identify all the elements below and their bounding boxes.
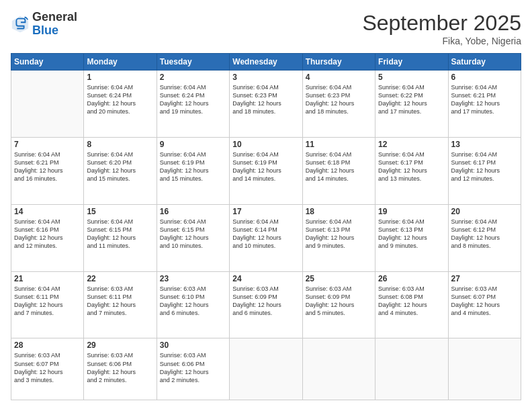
day-info: Sunrise: 6:04 AM Sunset: 6:18 PM Dayligh… xyxy=(306,151,355,182)
day-info: Sunrise: 6:04 AM Sunset: 6:19 PM Dayligh… xyxy=(160,151,209,182)
calendar-cell: 9Sunrise: 6:04 AM Sunset: 6:19 PM Daylig… xyxy=(157,137,229,204)
calendar-header-tuesday: Tuesday xyxy=(157,54,229,71)
calendar-cell: 16Sunrise: 6:04 AM Sunset: 6:15 PM Dayli… xyxy=(157,204,229,271)
day-number: 17 xyxy=(232,207,299,216)
day-number: 16 xyxy=(160,207,226,216)
calendar-cell: 15Sunrise: 6:04 AM Sunset: 6:15 PM Dayli… xyxy=(84,204,157,271)
calendar-cell: 27Sunrise: 6:03 AM Sunset: 6:07 PM Dayli… xyxy=(448,271,521,338)
day-info: Sunrise: 6:04 AM Sunset: 6:17 PM Dayligh… xyxy=(451,151,500,182)
calendar-cell: 4Sunrise: 6:04 AM Sunset: 6:23 PM Daylig… xyxy=(302,71,375,138)
day-info: Sunrise: 6:04 AM Sunset: 6:24 PM Dayligh… xyxy=(160,84,209,115)
calendar-cell: 10Sunrise: 6:04 AM Sunset: 6:19 PM Dayli… xyxy=(230,137,302,204)
day-number: 25 xyxy=(306,274,372,283)
day-number: 22 xyxy=(87,274,153,283)
calendar-header-friday: Friday xyxy=(375,54,448,71)
calendar-cell: 26Sunrise: 6:03 AM Sunset: 6:08 PM Dayli… xyxy=(375,271,448,338)
day-number: 6 xyxy=(451,73,518,82)
day-number: 19 xyxy=(378,207,445,216)
title-location: Fika, Yobe, Nigeria xyxy=(362,36,521,46)
calendar-cell: 23Sunrise: 6:03 AM Sunset: 6:10 PM Dayli… xyxy=(157,271,229,338)
day-number: 20 xyxy=(451,207,518,216)
calendar-cell: 19Sunrise: 6:04 AM Sunset: 6:13 PM Dayli… xyxy=(375,204,448,271)
day-number: 12 xyxy=(378,140,445,149)
calendar-cell xyxy=(230,338,302,400)
calendar-cell: 17Sunrise: 6:04 AM Sunset: 6:14 PM Dayli… xyxy=(230,204,302,271)
calendar-header-row: SundayMondayTuesdayWednesdayThursdayFrid… xyxy=(11,54,521,71)
day-info: Sunrise: 6:03 AM Sunset: 6:11 PM Dayligh… xyxy=(87,285,136,316)
calendar-cell: 30Sunrise: 6:03 AM Sunset: 6:06 PM Dayli… xyxy=(157,338,229,400)
calendar-cell: 20Sunrise: 6:04 AM Sunset: 6:12 PM Dayli… xyxy=(448,204,521,271)
day-info: Sunrise: 6:04 AM Sunset: 6:19 PM Dayligh… xyxy=(232,151,281,182)
day-number: 10 xyxy=(232,140,299,149)
calendar-cell xyxy=(11,71,84,138)
calendar-cell xyxy=(302,338,375,400)
day-number: 30 xyxy=(160,340,226,350)
day-info: Sunrise: 6:04 AM Sunset: 6:15 PM Dayligh… xyxy=(87,218,136,249)
day-info: Sunrise: 6:03 AM Sunset: 6:07 PM Dayligh… xyxy=(451,285,500,316)
day-number: 21 xyxy=(14,274,81,283)
calendar-cell: 7Sunrise: 6:04 AM Sunset: 6:21 PM Daylig… xyxy=(11,137,84,204)
calendar-cell: 1Sunrise: 6:04 AM Sunset: 6:24 PM Daylig… xyxy=(84,71,157,138)
day-info: Sunrise: 6:03 AM Sunset: 6:08 PM Dayligh… xyxy=(378,285,427,316)
day-info: Sunrise: 6:04 AM Sunset: 6:23 PM Dayligh… xyxy=(232,84,281,115)
day-info: Sunrise: 6:04 AM Sunset: 6:23 PM Dayligh… xyxy=(306,84,355,115)
day-number: 4 xyxy=(306,73,372,82)
calendar-week-2: 7Sunrise: 6:04 AM Sunset: 6:21 PM Daylig… xyxy=(11,137,521,204)
calendar-week-5: 28Sunrise: 6:03 AM Sunset: 6:07 PM Dayli… xyxy=(11,338,521,400)
day-number: 7 xyxy=(14,140,81,149)
day-number: 14 xyxy=(14,207,81,216)
day-number: 8 xyxy=(87,140,153,149)
logo-blue: Blue xyxy=(32,24,77,38)
calendar-cell: 24Sunrise: 6:03 AM Sunset: 6:09 PM Dayli… xyxy=(230,271,302,338)
calendar-header-saturday: Saturday xyxy=(448,54,521,71)
day-info: Sunrise: 6:04 AM Sunset: 6:16 PM Dayligh… xyxy=(14,218,63,249)
header: General Blue September 2025 Fika, Yobe, … xyxy=(11,11,521,46)
calendar-cell: 3Sunrise: 6:04 AM Sunset: 6:23 PM Daylig… xyxy=(230,71,302,138)
day-info: Sunrise: 6:03 AM Sunset: 6:06 PM Dayligh… xyxy=(87,352,136,383)
calendar-week-1: 1Sunrise: 6:04 AM Sunset: 6:24 PM Daylig… xyxy=(11,71,521,138)
title-month: September 2025 xyxy=(362,11,521,36)
calendar-header-sunday: Sunday xyxy=(11,54,84,71)
calendar-cell: 8Sunrise: 6:04 AM Sunset: 6:20 PM Daylig… xyxy=(84,137,157,204)
day-info: Sunrise: 6:04 AM Sunset: 6:11 PM Dayligh… xyxy=(14,285,63,316)
calendar-header-monday: Monday xyxy=(84,54,157,71)
logo-icon xyxy=(11,15,30,34)
calendar-header-wednesday: Wednesday xyxy=(230,54,302,71)
calendar-cell: 29Sunrise: 6:03 AM Sunset: 6:06 PM Dayli… xyxy=(84,338,157,400)
day-info: Sunrise: 6:03 AM Sunset: 6:09 PM Dayligh… xyxy=(232,285,281,316)
logo-general: General xyxy=(32,11,77,24)
day-info: Sunrise: 6:04 AM Sunset: 6:15 PM Dayligh… xyxy=(160,218,209,249)
day-number: 9 xyxy=(160,140,226,149)
day-number: 1 xyxy=(87,73,153,82)
day-info: Sunrise: 6:03 AM Sunset: 6:10 PM Dayligh… xyxy=(160,285,209,316)
day-number: 3 xyxy=(232,73,299,82)
calendar-week-3: 14Sunrise: 6:04 AM Sunset: 6:16 PM Dayli… xyxy=(11,204,521,271)
day-number: 2 xyxy=(160,73,226,82)
day-info: Sunrise: 6:04 AM Sunset: 6:13 PM Dayligh… xyxy=(306,218,355,249)
day-number: 26 xyxy=(378,274,445,283)
day-info: Sunrise: 6:03 AM Sunset: 6:06 PM Dayligh… xyxy=(160,352,209,383)
calendar-cell: 21Sunrise: 6:04 AM Sunset: 6:11 PM Dayli… xyxy=(11,271,84,338)
calendar-header-thursday: Thursday xyxy=(302,54,375,71)
calendar-cell xyxy=(448,338,521,400)
day-number: 27 xyxy=(451,274,518,283)
calendar-cell: 6Sunrise: 6:04 AM Sunset: 6:21 PM Daylig… xyxy=(448,71,521,138)
calendar-cell: 2Sunrise: 6:04 AM Sunset: 6:24 PM Daylig… xyxy=(157,71,229,138)
calendar-week-4: 21Sunrise: 6:04 AM Sunset: 6:11 PM Dayli… xyxy=(11,271,521,338)
day-info: Sunrise: 6:04 AM Sunset: 6:14 PM Dayligh… xyxy=(232,218,281,249)
day-info: Sunrise: 6:03 AM Sunset: 6:09 PM Dayligh… xyxy=(306,285,355,316)
day-number: 5 xyxy=(378,73,445,82)
day-number: 18 xyxy=(306,207,372,216)
page: General Blue September 2025 Fika, Yobe, … xyxy=(0,0,532,411)
calendar-cell: 18Sunrise: 6:04 AM Sunset: 6:13 PM Dayli… xyxy=(302,204,375,271)
logo-text: General Blue xyxy=(32,11,77,38)
day-info: Sunrise: 6:04 AM Sunset: 6:17 PM Dayligh… xyxy=(378,151,427,182)
day-info: Sunrise: 6:04 AM Sunset: 6:12 PM Dayligh… xyxy=(451,218,500,249)
calendar-cell: 5Sunrise: 6:04 AM Sunset: 6:22 PM Daylig… xyxy=(375,71,448,138)
day-info: Sunrise: 6:04 AM Sunset: 6:21 PM Dayligh… xyxy=(14,151,63,182)
day-number: 11 xyxy=(306,140,372,149)
day-info: Sunrise: 6:04 AM Sunset: 6:13 PM Dayligh… xyxy=(378,218,427,249)
day-number: 28 xyxy=(14,340,81,350)
day-info: Sunrise: 6:04 AM Sunset: 6:22 PM Dayligh… xyxy=(378,84,427,115)
calendar-cell: 22Sunrise: 6:03 AM Sunset: 6:11 PM Dayli… xyxy=(84,271,157,338)
